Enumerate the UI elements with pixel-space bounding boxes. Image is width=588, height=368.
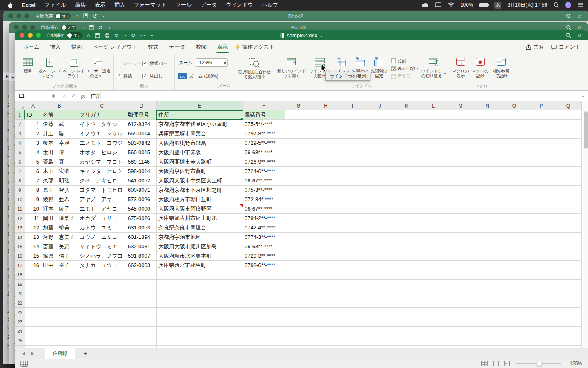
- row-header-17[interactable]: 17: [15, 261, 25, 270]
- cell-M22[interactable]: [447, 308, 474, 317]
- insert-function-icon[interactable]: fx: [81, 93, 85, 99]
- cell-C25[interactable]: [78, 336, 126, 346]
- cell-O22[interactable]: [501, 308, 528, 317]
- cell-M26[interactable]: [447, 346, 474, 348]
- cell-K9[interactable]: [393, 186, 420, 195]
- autosave-toggle[interactable]: 自動保存 オフ: [47, 32, 82, 38]
- cell-N1[interactable]: [474, 110, 501, 120]
- cell-O23[interactable]: [501, 317, 528, 327]
- cell-H8[interactable]: [312, 176, 339, 186]
- cell-G23[interactable]: [285, 317, 312, 327]
- checkbox[interactable]: [142, 61, 147, 66]
- cell-H24[interactable]: [312, 327, 339, 336]
- cell-I10[interactable]: [339, 195, 366, 204]
- cell-Q8[interactable]: [555, 176, 582, 186]
- cell-F4[interactable]: 0729-5**-****: [243, 139, 285, 148]
- ribbon-tab[interactable]: 表示: [212, 40, 233, 54]
- cell-N21[interactable]: [474, 298, 501, 308]
- switch-windows-button[interactable]: ウインドウの切り替え: [421, 56, 446, 79]
- cell-G7[interactable]: [285, 167, 312, 176]
- cell-C23[interactable]: [78, 317, 126, 327]
- cell-L19[interactable]: [420, 280, 447, 289]
- cell-A4[interactable]: 3: [25, 139, 41, 148]
- zoom-stepper-icon[interactable]: [224, 60, 226, 66]
- menu-item[interactable]: ウィンドウ: [226, 1, 253, 9]
- siri-icon[interactable]: [565, 2, 571, 8]
- column-header-J[interactable]: J: [366, 101, 393, 110]
- cell-Q22[interactable]: [555, 308, 582, 317]
- cell-N24[interactable]: [474, 327, 501, 336]
- cell-H20[interactable]: [312, 289, 339, 298]
- cell-G14[interactable]: [285, 233, 312, 242]
- cell-A15[interactable]: 14: [25, 242, 41, 251]
- name-box[interactable]: E1: [15, 91, 57, 101]
- cell-G18[interactable]: [285, 270, 312, 280]
- column-header-B[interactable]: B: [41, 101, 78, 110]
- menubar-clock[interactable]: 6月10日(水) 17:56: [508, 2, 547, 9]
- more-commands-icon[interactable]: ⋯: [140, 32, 145, 38]
- cell-A8[interactable]: 7: [25, 176, 41, 186]
- record-macro-button[interactable]: マクロの記録: [471, 56, 489, 79]
- cell-D24[interactable]: [126, 327, 157, 336]
- cell-E15[interactable]: 大阪府大阪市淀川区加島: [157, 242, 243, 251]
- sheet-tab-active[interactable]: 住所録: [45, 348, 75, 359]
- cell-Q15[interactable]: [555, 242, 582, 251]
- ribbon-tab[interactable]: 挿入: [45, 40, 66, 54]
- cell-J23[interactable]: [366, 317, 393, 327]
- cell-J1[interactable]: [366, 110, 393, 120]
- column-header-C[interactable]: C: [78, 101, 126, 110]
- column-header-E[interactable]: E: [157, 101, 243, 110]
- cell-C4[interactable]: エノモト コウジ: [78, 139, 126, 148]
- cell-L20[interactable]: [420, 289, 447, 298]
- cell-I5[interactable]: [339, 148, 366, 157]
- cell-J24[interactable]: [366, 327, 393, 336]
- cell-P6[interactable]: [528, 157, 555, 167]
- book3-autosave-toggle[interactable]: 自動保存 オフ: [41, 25, 76, 31]
- cell-B10[interactable]: 綾野 亜希: [41, 195, 78, 204]
- sheet-next-button[interactable]: [31, 352, 36, 356]
- cell-M8[interactable]: [447, 176, 474, 186]
- cell-L14[interactable]: [420, 233, 447, 242]
- cell-O13[interactable]: [501, 223, 528, 233]
- page-break-status-icon[interactable]: [504, 361, 510, 366]
- cell-Q2[interactable]: [555, 120, 582, 129]
- cell-J7[interactable]: [366, 167, 393, 176]
- cell-Q14[interactable]: [555, 233, 582, 242]
- cell-E5[interactable]: 大阪府豊中市赤阪: [157, 148, 243, 157]
- cell-O2[interactable]: [501, 120, 528, 129]
- cell-H1[interactable]: [312, 110, 339, 120]
- book2-quick-access[interactable]: ⌂↺: [76, 13, 105, 19]
- cell-K5[interactable]: [393, 148, 420, 157]
- row-header-22[interactable]: 22: [15, 308, 25, 317]
- cell-H10[interactable]: [312, 195, 339, 204]
- cell-M5[interactable]: [447, 148, 474, 157]
- cell-L9[interactable]: [420, 186, 447, 195]
- cancel-entry-icon[interactable]: ×: [63, 93, 66, 99]
- cell-N13[interactable]: [474, 223, 501, 233]
- cell-D2[interactable]: 612-8324: [126, 120, 157, 129]
- cell-H16[interactable]: [312, 251, 339, 261]
- status-grid-icon[interactable]: [20, 361, 28, 367]
- vertical-scrollbar[interactable]: [583, 101, 588, 348]
- zoom-100-button[interactable]: 100 ズーム (100%): [178, 73, 218, 79]
- cell-E3[interactable]: 兵庫県宝塚市青葉台: [157, 129, 243, 139]
- cell-A25[interactable]: [25, 336, 41, 346]
- row-header-6[interactable]: 6: [15, 157, 25, 167]
- column-header-F[interactable]: F: [243, 101, 285, 110]
- row-header-1[interactable]: 1: [15, 110, 25, 120]
- cell-N3[interactable]: [474, 129, 501, 139]
- cell-F9[interactable]: 075-3**-****: [243, 186, 285, 195]
- cell-B17[interactable]: 田中 裕子: [41, 261, 78, 270]
- cell-I22[interactable]: [339, 308, 366, 317]
- cell-E8[interactable]: 大阪府大阪市中央区安土町: [157, 176, 243, 186]
- cell-P12[interactable]: [528, 214, 555, 223]
- formula-bar-expand-icon[interactable]: ⌄: [581, 93, 585, 99]
- cell-B3[interactable]: 井上 勝: [41, 129, 78, 139]
- share-button[interactable]: 共有: [526, 43, 544, 51]
- cell-B12[interactable]: 岡田 優梨子: [41, 214, 78, 223]
- cell-J9[interactable]: [366, 186, 393, 195]
- cell-K3[interactable]: [393, 129, 420, 139]
- page-layout-view-button[interactable]: ページ レイアウト: [63, 56, 85, 79]
- cell-H15[interactable]: [312, 242, 339, 251]
- cell-I14[interactable]: [339, 233, 366, 242]
